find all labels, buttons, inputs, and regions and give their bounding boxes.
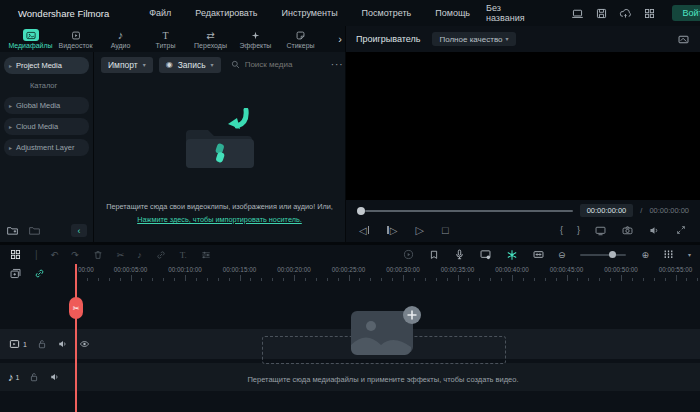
marker-icon[interactable]: [428, 249, 440, 261]
secondary-display-icon[interactable]: [594, 224, 607, 237]
previous-frame-button[interactable]: ◁: [359, 225, 369, 236]
add-media-to-track-icon[interactable]: [9, 267, 22, 280]
render-preview-icon[interactable]: [402, 248, 415, 261]
screen-record-icon[interactable]: [479, 248, 492, 261]
ruler-tick: [425, 278, 426, 282]
voiceover-mic-icon[interactable]: [453, 248, 466, 261]
ruler-label: 00:00:05:00: [114, 266, 147, 273]
more-options-icon[interactable]: ···: [331, 59, 344, 70]
timeline-layout-icon[interactable]: [9, 248, 22, 261]
ruler-tick: [534, 278, 535, 282]
mark-in-button[interactable]: {: [560, 225, 563, 235]
tab-effects[interactable]: Эффекты: [233, 29, 278, 49]
split-scissors-icon[interactable]: ✂: [117, 250, 125, 260]
ruler-tick: [392, 278, 393, 282]
zoom-slider-handle[interactable]: [609, 251, 616, 258]
time-ruler-scale[interactable]: 00:0000:00:05:0000:00:10:0000:00:15:0000…: [0, 264, 700, 282]
track-manager-icon[interactable]: [662, 248, 675, 261]
volume-speaker-icon[interactable]: [648, 224, 661, 237]
sidebar-item-global-media[interactable]: ▸ Global Media: [4, 97, 89, 114]
stickers-tab-icon: [295, 29, 306, 41]
save-project-icon[interactable]: [595, 7, 608, 20]
player-header: Проигрыватель Полное качество ▾: [345, 26, 700, 52]
menu-edit[interactable]: Редактировать: [195, 8, 257, 18]
ruler-tick: [272, 278, 273, 282]
tab-transitions[interactable]: ⇄ Переходы: [188, 29, 233, 49]
tab-label: Стикеры: [286, 42, 314, 49]
ruler-tick: [643, 278, 644, 282]
seek-track[interactable]: [365, 210, 573, 212]
track-manager-caret-icon[interactable]: ▾: [688, 252, 691, 258]
tab-stock-media[interactable]: Видеосток: [53, 29, 98, 49]
video-preview[interactable]: [346, 52, 700, 200]
detach-audio-icon[interactable]: ♪: [137, 250, 142, 260]
tab-audio[interactable]: ♪ Аудио: [98, 29, 143, 49]
seek-bar[interactable]: [357, 207, 573, 215]
playback-quality-dropdown[interactable]: Полное качество ▾: [432, 32, 515, 46]
stop-button[interactable]: □: [442, 224, 449, 236]
new-folder-icon[interactable]: [6, 224, 19, 237]
timeline-zoom-slider[interactable]: [580, 254, 626, 256]
tab-stickers[interactable]: Стикеры: [278, 29, 323, 49]
menu-file[interactable]: Файл: [149, 8, 171, 18]
snapshot-camera-icon[interactable]: [621, 224, 634, 237]
layout-switch-icon[interactable]: [643, 7, 656, 20]
zoom-out-icon[interactable]: ⊖: [558, 250, 566, 260]
seek-handle[interactable]: [357, 207, 365, 215]
fullscreen-icon[interactable]: [675, 224, 687, 236]
menu-help[interactable]: Помощь: [435, 8, 470, 18]
import-media-link[interactable]: Нажмите здесь, чтобы импортировать носит…: [137, 215, 302, 224]
titles-tab-icon: T: [162, 29, 168, 41]
media-panel: Импорт ▾ ◉ Запись ▾ ···: [93, 52, 345, 242]
sidebar-item-project-media[interactable]: ▸ Project Media: [4, 57, 89, 74]
sidebar-item-cloud-media[interactable]: ▸ Cloud Media: [4, 118, 89, 135]
import-folder-illustration[interactable]: [170, 108, 270, 180]
player-panel: 00:00:00:00 / 00:00:00:00 ◁ ▷ ▷ □ { }: [345, 52, 700, 242]
sidebar-item-adjustment-layer[interactable]: ▸ Adjustment Layer: [4, 139, 89, 156]
collapse-sidebar-button[interactable]: ‹: [71, 224, 87, 237]
playhead-split-handle[interactable]: ✂: [69, 297, 83, 319]
zoom-in-icon[interactable]: ⊕: [641, 250, 649, 260]
auto-ripple-icon[interactable]: [532, 248, 545, 261]
preview-adjust-icon[interactable]: [677, 33, 690, 46]
ruler-tick: [163, 278, 164, 282]
project-title: Без названия: [486, 3, 525, 23]
redo-icon[interactable]: ↷: [71, 250, 79, 260]
delete-trash-icon[interactable]: [92, 249, 104, 261]
magnetic-timeline-icon[interactable]: [505, 248, 519, 262]
ruler-tick: [610, 278, 611, 282]
current-timecode[interactable]: 00:00:00:00: [580, 204, 634, 217]
search-input[interactable]: [245, 60, 319, 69]
folder-icon[interactable]: [28, 224, 41, 237]
ruler-label: 00:00: [78, 266, 94, 273]
menu-view[interactable]: Посмотреть: [362, 8, 412, 18]
play-button[interactable]: ▷: [415, 224, 423, 237]
menu-tools[interactable]: Инструменты: [281, 8, 337, 18]
mute-track-icon[interactable]: [49, 371, 61, 383]
playhead-line[interactable]: [75, 264, 77, 412]
record-button[interactable]: ◉ Запись ▾: [159, 57, 221, 73]
auto-link-chain-icon[interactable]: [33, 267, 46, 280]
cloud-upload-icon[interactable]: [619, 7, 632, 20]
tab-media[interactable]: Медиафайлы: [8, 29, 53, 49]
ruler-tick: [567, 275, 568, 281]
adjustment-sliders-icon[interactable]: [200, 249, 212, 261]
filmora-window: Wondershare Filmora Файл Редактировать И…: [0, 0, 700, 412]
more-tabs-arrow-icon[interactable]: ›: [338, 33, 342, 45]
link-clips-icon[interactable]: [155, 249, 167, 261]
next-frame-button[interactable]: ▷: [387, 225, 397, 236]
undo-icon[interactable]: ↶: [51, 250, 59, 260]
lock-track-icon[interactable]: [36, 338, 48, 350]
import-button[interactable]: Импорт ▾: [101, 57, 153, 73]
lock-track-icon[interactable]: [28, 371, 40, 383]
ruler-tick: [174, 278, 175, 282]
mute-track-icon[interactable]: [57, 338, 69, 350]
login-button[interactable]: Войти: [672, 5, 700, 21]
sidebar-item-catalog[interactable]: Каталог: [4, 78, 89, 93]
speech-to-text-icon[interactable]: T.: [180, 250, 187, 260]
tab-titles[interactable]: T Титры: [143, 29, 188, 49]
mark-out-button[interactable]: }: [577, 225, 580, 235]
display-settings-icon[interactable]: [571, 7, 584, 20]
hide-track-eye-icon[interactable]: [78, 338, 91, 350]
video-track-icon: [8, 338, 21, 350]
